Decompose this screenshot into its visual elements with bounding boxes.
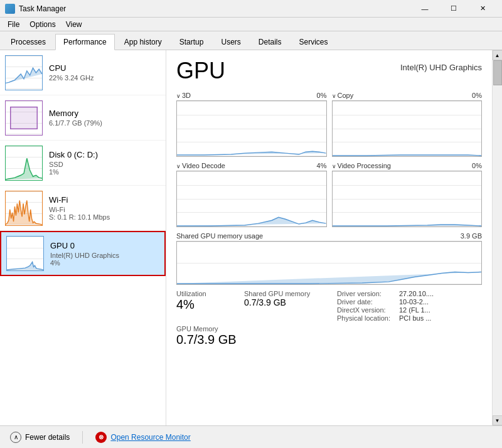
resource-monitor-button[interactable]: ⊗ Open Resource Monitor: [93, 430, 193, 444]
gpu-vd-chart: [176, 171, 327, 227]
gpu-vp-chart: [332, 171, 483, 227]
utilization-value: 4%: [176, 297, 239, 312]
gpu-graph-3d: ∨3D 0%: [176, 92, 327, 157]
gpu-name: GPU 0: [50, 241, 159, 250]
scroll-up-button[interactable]: ▲: [493, 50, 503, 60]
tab-details[interactable]: Details: [250, 33, 290, 50]
panel-title: GPU: [176, 58, 225, 84]
stats-row: Utilization 4% Shared GPU memory 0.7/3.9…: [176, 290, 482, 323]
directx-value: 12 (FL 1...: [399, 306, 430, 314]
shared-mem-label: Shared GPU memory usage: [176, 232, 263, 240]
driver-date-label: Driver date:: [337, 298, 397, 306]
gpu-vp-pct: 0%: [472, 162, 482, 169]
sidebar-item-disk[interactable]: Disk 0 (C: D:) SSD 1%: [0, 141, 166, 186]
chevron-icon-vd: ∨: [176, 163, 181, 169]
shared-mem-stat-label: Shared GPU memory: [244, 290, 332, 297]
fewer-details-button[interactable]: ∧ Fewer details: [8, 430, 72, 444]
sidebar-item-memory[interactable]: Memory 6.1/7.7 GB (79%): [0, 95, 166, 141]
shared-mem-value: 3.9 GB: [461, 232, 482, 240]
driver-version-label: Driver version:: [337, 290, 397, 297]
sidebar-item-wifi[interactable]: Wi-Fi Wi-Fi S: 0.1 R: 10.1 Mbps: [0, 186, 166, 231]
scroll-thumb[interactable]: [493, 60, 502, 85]
resource-monitor-label: Open Resource Monitor: [110, 433, 190, 442]
driver-info: Driver version: 27.20.10.... Driver date…: [337, 290, 482, 323]
chevron-icon-vp: ∨: [332, 163, 336, 169]
menu-options[interactable]: Options: [24, 19, 60, 30]
close-button[interactable]: ✕: [468, 0, 497, 18]
maximize-button[interactable]: ☐: [439, 0, 468, 18]
wifi-info: Wi-Fi Wi-Fi S: 0.1 R: 10.1 Mbps: [49, 195, 161, 221]
tab-performance[interactable]: Performance: [55, 34, 115, 50]
main-content: CPU 22% 3.24 GHz Memory 6.1/7.7 GB (79%): [0, 50, 502, 425]
gpu-graph-vp-header: ∨Video Processing 0%: [332, 162, 483, 169]
utilization-label: Utilization: [176, 290, 239, 297]
directx-label: DirectX version:: [337, 306, 397, 314]
shared-mem-stat-value: 0.7/3.9 GB: [244, 297, 332, 307]
menu-bar: File Options View: [0, 18, 502, 31]
app-icon: [5, 4, 15, 14]
menu-file[interactable]: File: [3, 19, 24, 30]
scroll-track[interactable]: [493, 60, 503, 415]
tab-processes[interactable]: Processes: [3, 33, 54, 50]
driver-version-value: 27.20.10....: [399, 290, 434, 297]
tab-app-history[interactable]: App history: [116, 33, 170, 50]
window-controls: — ☐ ✕: [410, 0, 497, 18]
directx-row: DirectX version: 12 (FL 1...: [337, 306, 482, 314]
sidebar-item-cpu[interactable]: CPU 22% 3.24 GHz: [0, 50, 166, 95]
physical-loc-row: Physical location: PCI bus ...: [337, 314, 482, 322]
gpu-copy-chart: [332, 100, 483, 157]
wifi-pct: S: 0.1 R: 10.1 Mbps: [49, 213, 161, 221]
gpu-3d-chart: [176, 100, 327, 157]
gpu-mem-row: GPU Memory 0.7/3.9 GB: [176, 325, 482, 347]
gpu-copy-label: ∨Copy: [332, 92, 354, 99]
gpu-3d-pct: 0%: [317, 92, 327, 99]
minimize-button[interactable]: —: [410, 0, 439, 18]
tab-services[interactable]: Services: [291, 33, 336, 50]
gpu-graph-video-processing: ∨Video Processing 0%: [332, 162, 483, 227]
physical-loc-label: Physical location:: [337, 314, 397, 322]
shared-mem-stat-block: Shared GPU memory 0.7/3.9 GB: [244, 290, 332, 323]
gpu-graph-3d-header: ∨3D 0%: [176, 92, 327, 99]
gpu-3d-label: ∨3D: [176, 92, 191, 99]
gpu-sub: Intel(R) UHD Graphics: [50, 252, 159, 259]
gpu-vp-label: ∨Video Processing: [332, 162, 391, 169]
gpu-graph-video-decode: ∨Video Decode 4%: [176, 162, 327, 227]
cpu-mini-chart: [5, 55, 43, 90]
sidebar-item-gpu[interactable]: GPU 0 Intel(R) UHD Graphics 4%: [0, 231, 166, 276]
wifi-name: Wi-Fi: [49, 195, 161, 205]
panel-subtitle: Intel(R) UHD Graphics: [400, 63, 482, 72]
cpu-sub: 22% 3.24 GHz: [49, 74, 161, 82]
driver-version-row: Driver version: 27.20.10....: [337, 290, 482, 297]
bottom-bar: ∧ Fewer details ⊗ Open Resource Monitor: [0, 425, 502, 448]
menu-view[interactable]: View: [61, 19, 87, 30]
shared-memory-section: Shared GPU memory usage 3.9 GB: [176, 232, 482, 285]
scrollbar[interactable]: ▲ ▼: [492, 50, 502, 425]
gpu-mem-label: GPU Memory: [176, 325, 482, 333]
scroll-down-button[interactable]: ▼: [493, 415, 503, 425]
driver-date-value: 10-03-2...: [399, 298, 429, 306]
physical-loc-value: PCI bus ...: [399, 314, 431, 322]
gpu-mem-value: 0.7/3.9 GB: [176, 333, 482, 347]
bottom-separator: [82, 431, 83, 444]
shared-mem-header: Shared GPU memory usage 3.9 GB: [176, 232, 482, 240]
gpu-graph-vd-header: ∨Video Decode 4%: [176, 162, 327, 169]
title-bar-left: Task Manager: [5, 4, 66, 14]
chevron-icon-copy: ∨: [332, 93, 336, 99]
tab-users[interactable]: Users: [213, 33, 248, 50]
memory-name: Memory: [49, 109, 161, 118]
gpu-vd-label: ∨Video Decode: [176, 162, 225, 169]
wifi-sub: Wi-Fi: [49, 206, 161, 213]
svg-rect-0: [11, 107, 38, 129]
utilization-block: Utilization 4%: [176, 290, 239, 323]
tab-startup[interactable]: Startup: [171, 33, 212, 50]
disk-mini-chart: [5, 146, 43, 181]
panel-header: GPU Intel(R) UHD Graphics: [176, 58, 482, 84]
window-title: Task Manager: [19, 4, 66, 13]
chevron-up-icon: ∧: [10, 432, 21, 443]
right-panel: GPU Intel(R) UHD Graphics ∨3D 0%: [166, 50, 492, 425]
memory-sub: 6.1/7.7 GB (79%): [49, 119, 161, 127]
disk-pct: 1%: [49, 168, 161, 176]
gpu-vd-pct: 4%: [317, 162, 327, 169]
disk-info: Disk 0 (C: D:) SSD 1%: [49, 150, 161, 176]
gpu-mini-chart: [6, 236, 44, 271]
